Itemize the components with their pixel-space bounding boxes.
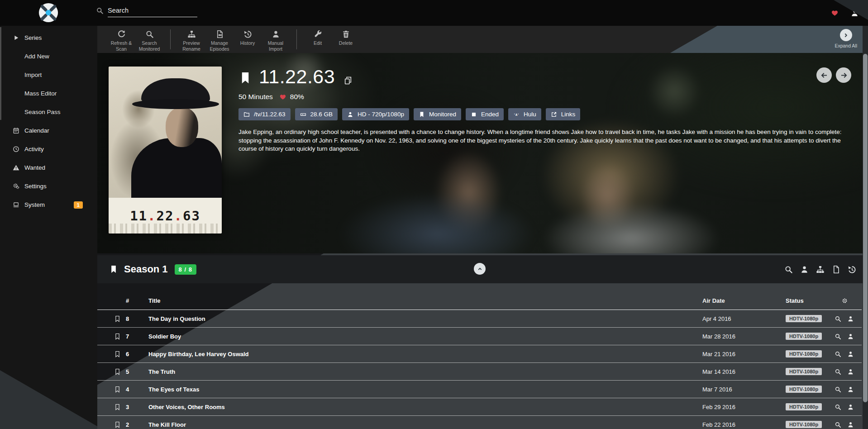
season-monitored-toggle[interactable] [109,265,118,274]
toolbar-divider [296,29,297,49]
series-details: 11.22.63 50 Minutes 80% /tv/11.22.63 [238,67,854,159]
top-bar [0,0,868,26]
episode-interactive-search-button[interactable] [847,368,854,375]
episode-monitored-toggle[interactable] [109,333,126,340]
episode-air-date: Mar 14 2016 [693,368,779,375]
series-attribute-chip[interactable]: ('A') Hulu [508,108,541,120]
previous-series-button[interactable] [816,67,832,83]
episode-monitored-toggle[interactable] [109,404,126,410]
season-history-button[interactable] [848,265,856,274]
episode-air-date: Mar 21 2016 [693,351,779,358]
season-search-button[interactable] [784,265,793,274]
page-scrollbar[interactable] [863,26,868,429]
sidebar-item[interactable]: Wanted [0,158,97,177]
scrollbar-thumb[interactable] [863,54,868,402]
donate-heart-icon[interactable] [831,9,839,17]
episode-monitored-toggle[interactable] [109,368,126,375]
series-rating: 80% [290,93,304,101]
episode-title-link[interactable]: Other Voices, Other Rooms [148,404,693,410]
episode-title-link[interactable]: The Day in Question [148,315,693,322]
toolbar-button[interactable]: Search Monitored [135,29,163,52]
episode-row: 3 Other Voices, Other Rooms Feb 29 2016 … [97,398,862,416]
episode-interactive-search-button[interactable] [847,333,854,340]
sidebar-item[interactable]: Activity [0,140,97,158]
episode-number: 8 [126,315,148,322]
episode-monitored-toggle[interactable] [109,421,126,428]
episode-monitored-toggle[interactable] [109,315,126,322]
table-options-button[interactable] [829,297,854,304]
season-file-info-button[interactable] [832,265,840,274]
episode-title-link[interactable]: The Kill Floor [148,421,693,428]
series-attribute-chip[interactable]: Monitored [414,108,461,120]
season-header[interactable]: Season 1 8 / 8 [97,255,868,283]
toolbar-button[interactable]: Refresh & Scan [107,29,135,52]
episode-search-button[interactable] [835,315,841,322]
season-interactive-search-button[interactable] [800,265,809,274]
expand-all-button[interactable]: Expand All [835,29,857,48]
sidebar-item[interactable]: Series [0,29,97,47]
episode-title-link[interactable]: The Truth [148,368,693,375]
episode-interactive-search-button[interactable] [847,386,854,393]
episode-row: 6 Happy Birthday, Lee Harvey Oswald Mar … [97,345,862,363]
file-video-icon [215,29,224,39]
episode-search-button[interactable] [835,386,841,393]
episode-title-link[interactable]: The Eyes of Texas [148,386,693,393]
folder-icon [243,111,250,118]
toolbar-button[interactable]: Edit [304,29,332,46]
series-attribute-chip[interactable]: HD - 720p/1080p [342,108,409,120]
person-icon [272,29,280,39]
search-input[interactable] [108,6,197,17]
episode-monitored-toggle[interactable] [109,351,126,358]
gears-icon [12,183,20,190]
episode-search-button[interactable] [835,333,841,340]
sidebar-item[interactable]: System 1 [0,195,97,214]
episode-number: 2 [126,421,148,428]
search-icon [145,29,154,39]
episode-interactive-search-button[interactable] [847,351,854,358]
quality-badge: HDTV-1080p [786,403,822,410]
toolbar-button[interactable]: Preview Rename [177,29,205,52]
season-collapse-button[interactable] [474,263,486,275]
episode-search-button[interactable] [835,421,841,428]
episode-air-date: Mar 7 2016 [693,386,779,393]
column-status: Status [779,297,829,304]
next-series-button[interactable] [836,67,851,83]
series-attribute-chip[interactable]: 28.6 GB [295,108,338,120]
series-poster[interactable]: 11.22.63 [109,67,222,234]
laptop-icon [12,201,20,208]
episode-monitored-toggle[interactable] [109,386,126,393]
toolbar-button[interactable]: Delete [332,29,360,46]
series-attribute-chip[interactable]: Ended [466,108,504,120]
episode-number: 4 [126,386,148,393]
episode-interactive-search-button[interactable] [847,315,854,322]
series-attribute-chip[interactable]: Links [546,108,581,120]
toolbar-button[interactable]: Manage Episodes [205,29,234,52]
season-title: Season 1 [124,263,168,275]
episode-search-button[interactable] [835,351,841,358]
quality-badge: HDTV-1080p [786,386,822,393]
episode-interactive-search-button[interactable] [847,404,854,410]
episode-title-link[interactable]: Soldier Boy [148,333,693,340]
sidebar-item[interactable]: Import [0,66,97,84]
series-attribute-chip[interactable]: /tv/11.22.63 [238,108,291,120]
column-air-date: Air Date [693,297,779,304]
episode-interactive-search-button[interactable] [847,421,854,428]
search-icon [96,7,104,14]
series-monitored-toggle[interactable] [238,71,252,85]
sidebar-item[interactable]: Add New [0,47,97,66]
episode-search-button[interactable] [835,368,841,375]
sidebar-item[interactable]: Settings [0,177,97,195]
season-rename-button[interactable] [816,265,825,274]
sidebar-item[interactable]: Mass Editor [0,84,97,103]
episode-title-link[interactable]: Happy Birthday, Lee Harvey Oswald [148,351,693,358]
calendar-icon [12,127,20,134]
toolbar-button[interactable]: Manual Import [262,29,290,52]
sidebar-scrollbar[interactable] [0,27,1,120]
alternate-titles-icon[interactable] [343,76,353,85]
sonarr-logo-icon[interactable] [38,2,59,23]
episode-search-button[interactable] [835,404,841,410]
sidebar-item[interactable]: Calendar [0,121,97,140]
toolbar-button[interactable]: History [234,29,262,46]
sidebar-item[interactable]: Season Pass [0,103,97,121]
episode-air-date: Apr 4 2016 [693,315,779,322]
